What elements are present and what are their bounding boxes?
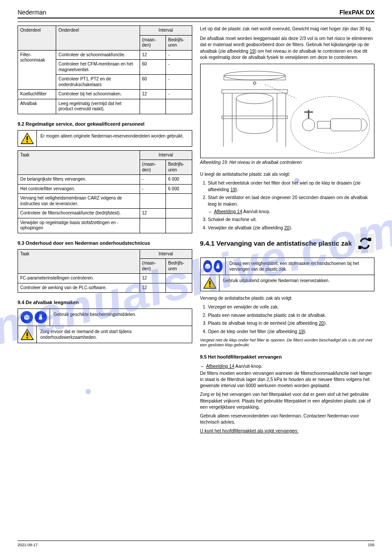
heading-9-3: 9.3 Onderhoud door een Nederman onderhou… [18, 240, 192, 246]
svg-rect-17 [331, 119, 361, 131]
warning-icon [21, 329, 34, 340]
svg-point-19 [302, 119, 315, 131]
replace-bag-steps: Verzegel en verwijder de volle zak. Plaa… [200, 304, 375, 335]
ppe-gloves-icon [35, 311, 47, 323]
header-product: FlexPAK DX [339, 9, 374, 16]
svg-rect-22 [368, 238, 371, 241]
heading-9-4: 9.4 De afvalbak leegmaken [18, 300, 192, 305]
warning-icon [21, 133, 34, 144]
ppe-mask-icon [21, 311, 33, 323]
footer-page: 156 [368, 543, 374, 547]
heading-9-2: 9.2 Regelmatige service, door gekwalific… [18, 121, 192, 127]
s95-p3: Gebruik alleen reserveonderdelen van Ned… [200, 413, 375, 425]
ppe-mask-icon [203, 260, 212, 272]
heading-9-5: 9.5 Het hoofdfilterpakket vervangen [200, 354, 375, 359]
warning-text-941: Gebruik uitsluitend originele Nederman r… [219, 275, 333, 291]
waste-bin-text: De afvalbak moet worden leeggemaakt als … [200, 35, 375, 60]
s95-p2: Zorg er bij het vervangen van het filter… [200, 391, 375, 410]
svg-rect-25 [209, 281, 210, 285]
svg-rect-5 [26, 337, 28, 338]
header-brand: Nederman [18, 9, 46, 16]
footer-date: 2021-09-17 [18, 543, 38, 547]
replace-bag-lead: Vervang de antistatische plastic zak als… [200, 295, 375, 301]
valve-note: Vergeet niet de klep onder het filter te… [200, 337, 375, 347]
warning-text-parts: Er mogen alleen originele Nederman-reser… [37, 131, 187, 146]
svg-rect-2 [27, 141, 28, 142]
s95-p1: De filters moeten worden vervangen wanne… [200, 370, 375, 389]
ppe-gloves-icon [214, 260, 223, 272]
ref-fig14: Afbeelding 14 Aan/uit-knop. [200, 363, 375, 369]
s95-proc: U kunt het hoofdfilterpakket als volgt v… [200, 428, 375, 434]
empty-bag-steps: Sluit het verdeelstuk onder het filter d… [200, 180, 375, 231]
svg-rect-4 [26, 332, 28, 336]
figure-19-caption: Afbeelding 19: Het niveau in de afvalbak… [200, 160, 375, 165]
maintenance-table-qualified: Taak Interval (maan-den) Bedrijfs-uren D… [18, 150, 192, 233]
svg-rect-14 [222, 116, 288, 119]
svg-rect-26 [209, 286, 210, 287]
svg-point-15 [236, 93, 273, 104]
ppe-text: Gebruik geschikte beschermingsmiddelen. [50, 309, 140, 326]
maintenance-table-technician: Taak Interval (maan-den) Bedrijfs-uren F… [18, 249, 192, 293]
heading-9-4-1: 9.4.1 Vervanging van de antistatische pl… [200, 234, 375, 253]
warning-text-maintenance: Zorg ervoor dat er niemand de unit start… [37, 326, 192, 343]
svg-rect-1 [27, 136, 28, 140]
svg-rect-23 [358, 246, 361, 249]
ppe-text-941: Draag een veiligheidsbril, een stofmaske… [226, 258, 374, 275]
overfill-caution: Let op dat de plastic zak niet wordt ove… [200, 25, 375, 32]
figure-19-illustration [200, 64, 375, 158]
empty-bag-lead: U leegt de antistatische plastic zak als… [200, 171, 375, 177]
svg-rect-18 [317, 121, 331, 128]
maintenance-table-general: Onderdeel Onderdeel Interval (maan-den) … [18, 25, 192, 114]
svg-rect-7 [224, 76, 285, 80]
svg-point-8 [253, 82, 256, 84]
cycle-icon [355, 234, 374, 253]
warning-icon [203, 277, 216, 289]
